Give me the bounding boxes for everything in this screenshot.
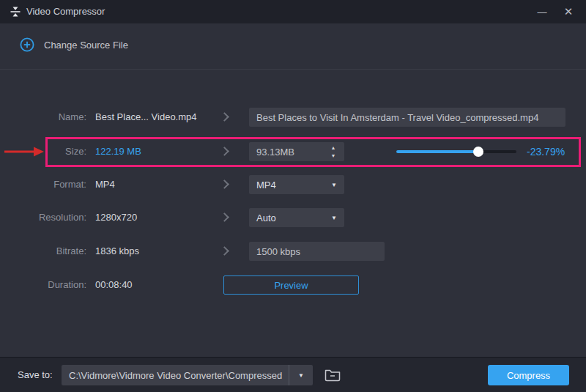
format-row: Format: MP4 MP4 ▼: [0, 175, 586, 194]
compress-button[interactable]: Compress: [488, 365, 569, 385]
folder-icon: [324, 368, 341, 382]
triangle-up-icon: ▲: [331, 145, 336, 150]
video-compressor-window: Video Compressor — ✕ Change Source File …: [0, 0, 586, 392]
size-field: ▲ ▼: [249, 142, 344, 161]
name-label: Name:: [0, 108, 86, 127]
resolution-row: Resolution: 1280x720 Auto ▼: [0, 208, 586, 227]
title-bar: Video Compressor — ✕: [0, 0, 586, 23]
open-folder-button[interactable]: [320, 365, 345, 385]
content: Name: Best Place... Video.mp4 Size: 122.…: [0, 70, 586, 357]
size-spinner: ▲ ▼: [327, 144, 339, 160]
duration-label: Duration:: [0, 275, 86, 295]
bitrate-source-value: 1836 kbps: [95, 242, 139, 261]
close-button[interactable]: ✕: [555, 0, 582, 23]
size-label: Size:: [0, 142, 86, 161]
dropdown-arrow-icon: ▼: [331, 215, 337, 221]
size-row: Size: 122.19 MB ▲ ▼ -23.79%: [0, 142, 586, 161]
format-select[interactable]: MP4 ▼: [249, 175, 344, 194]
name-source-value: Best Place... Video.mp4: [95, 108, 197, 127]
size-slider-fill: [396, 150, 478, 153]
name-field: [249, 108, 565, 127]
minimize-icon: —: [538, 7, 547, 18]
dropdown-arrow-icon: ▼: [331, 182, 337, 188]
format-source-value: MP4: [95, 175, 115, 194]
compress-icon: [10, 6, 21, 18]
size-input[interactable]: [249, 142, 319, 161]
header: Change Source File: [0, 23, 586, 70]
bitrate-input[interactable]: [249, 242, 385, 261]
triangle-down-icon: ▼: [331, 153, 336, 158]
chevron-right-icon: [220, 112, 229, 122]
resolution-select[interactable]: Auto ▼: [249, 208, 344, 227]
window-title: Video Compressor: [26, 0, 105, 23]
minimize-button[interactable]: —: [529, 0, 555, 23]
dropdown-arrow-icon: ▼: [289, 372, 313, 379]
footer-bar: Save to: C:\Vidmore\Vidmore Video Conver…: [0, 357, 586, 392]
bitrate-row: Bitrate: 1836 kbps: [0, 242, 586, 261]
bitrate-label: Bitrate:: [0, 242, 86, 261]
size-slider[interactable]: [396, 142, 516, 161]
change-source-file-button[interactable]: Change Source File: [20, 37, 128, 52]
plus-circle-icon: [20, 37, 34, 52]
spinner-up-button[interactable]: ▲: [327, 144, 339, 152]
duration-row: Duration: 00:08:40 Preview: [0, 275, 586, 295]
change-source-file-label: Change Source File: [44, 40, 128, 51]
save-path-value: C:\Vidmore\Vidmore Video Converter\Compr…: [62, 370, 289, 381]
chevron-right-icon: [220, 212, 229, 222]
name-row: Name: Best Place... Video.mp4: [0, 108, 586, 127]
name-input[interactable]: [249, 108, 565, 127]
save-to-label: Save to:: [18, 358, 53, 392]
preview-button[interactable]: Preview: [223, 275, 359, 295]
resolution-source-value: 1280x720: [95, 208, 137, 227]
resolution-label: Resolution:: [0, 208, 86, 227]
size-source-value: 122.19 MB: [95, 142, 141, 161]
format-label: Format:: [0, 175, 86, 194]
save-path-select[interactable]: C:\Vidmore\Vidmore Video Converter\Compr…: [62, 365, 313, 385]
chevron-right-icon: [220, 147, 229, 156]
chevron-right-icon: [220, 246, 229, 256]
bitrate-field: [249, 242, 385, 261]
close-icon: ✕: [564, 5, 574, 18]
size-reduction-percent: -23.79%: [527, 142, 565, 161]
duration-source-value: 00:08:40: [95, 275, 133, 295]
resolution-selected-value: Auto: [256, 212, 276, 223]
spinner-down-button[interactable]: ▼: [327, 152, 339, 160]
format-selected-value: MP4: [256, 180, 276, 191]
chevron-right-icon: [220, 180, 229, 189]
size-slider-thumb[interactable]: [473, 147, 483, 157]
